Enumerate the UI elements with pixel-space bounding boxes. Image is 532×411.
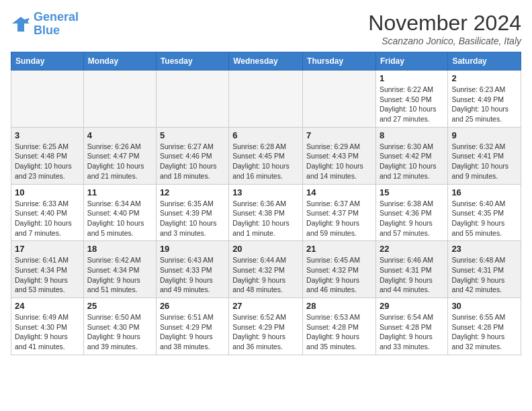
calendar-cell: 15Sunrise: 6:38 AM Sunset: 4:36 PM Dayli…	[375, 184, 447, 241]
day-number: 21	[306, 244, 372, 254]
day-number: 28	[306, 301, 372, 311]
calendar-cell: 7Sunrise: 6:29 AM Sunset: 4:43 PM Daylig…	[303, 127, 376, 184]
day-info: Sunrise: 6:35 AM Sunset: 4:39 PM Dayligh…	[160, 199, 225, 238]
day-info: Sunrise: 6:45 AM Sunset: 4:32 PM Dayligh…	[306, 255, 372, 295]
calendar-cell: 26Sunrise: 6:51 AM Sunset: 4:29 PM Dayli…	[156, 298, 228, 355]
calendar-cell	[156, 71, 228, 128]
calendar-cell: 24Sunrise: 6:49 AM Sunset: 4:30 PM Dayli…	[11, 298, 84, 355]
month-title: November 2024	[368, 11, 521, 36]
day-info: Sunrise: 6:23 AM Sunset: 4:49 PM Dayligh…	[451, 85, 517, 124]
day-info: Sunrise: 6:41 AM Sunset: 4:34 PM Dayligh…	[15, 255, 80, 295]
day-number: 24	[15, 301, 80, 311]
day-number: 16	[451, 187, 517, 197]
calendar-cell: 12Sunrise: 6:35 AM Sunset: 4:39 PM Dayli…	[156, 184, 228, 241]
logo-icon	[11, 14, 31, 34]
day-info: Sunrise: 6:43 AM Sunset: 4:33 PM Dayligh…	[160, 255, 225, 295]
day-header-sunday: Sunday	[11, 52, 84, 71]
day-info: Sunrise: 6:42 AM Sunset: 4:34 PM Dayligh…	[87, 255, 152, 295]
day-info: Sunrise: 6:32 AM Sunset: 4:41 PM Dayligh…	[451, 142, 517, 181]
day-number: 26	[160, 301, 225, 311]
day-number: 19	[160, 244, 225, 254]
calendar-cell	[303, 71, 376, 128]
calendar-cell	[229, 71, 303, 128]
calendar-cell	[11, 71, 84, 128]
calendar-cell: 25Sunrise: 6:50 AM Sunset: 4:30 PM Dayli…	[83, 298, 156, 355]
day-header-thursday: Thursday	[303, 52, 376, 71]
calendar-cell: 16Sunrise: 6:40 AM Sunset: 4:35 PM Dayli…	[448, 184, 521, 241]
day-info: Sunrise: 6:54 AM Sunset: 4:28 PM Dayligh…	[380, 312, 444, 352]
day-info: Sunrise: 6:34 AM Sunset: 4:40 PM Dayligh…	[87, 199, 152, 238]
day-info: Sunrise: 6:46 AM Sunset: 4:31 PM Dayligh…	[380, 255, 444, 295]
day-info: Sunrise: 6:22 AM Sunset: 4:50 PM Dayligh…	[380, 85, 444, 124]
calendar-cell: 1Sunrise: 6:22 AM Sunset: 4:50 PM Daylig…	[375, 71, 447, 128]
day-info: Sunrise: 6:55 AM Sunset: 4:28 PM Dayligh…	[451, 312, 517, 352]
day-number: 4	[87, 130, 152, 140]
logo: General Blue	[11, 11, 79, 38]
day-number: 8	[380, 130, 444, 140]
calendar-header-row: SundayMondayTuesdayWednesdayThursdayFrid…	[11, 52, 521, 71]
day-number: 11	[87, 187, 152, 197]
day-header-wednesday: Wednesday	[229, 52, 303, 71]
day-number: 22	[380, 244, 444, 254]
calendar-week-2: 3Sunrise: 6:25 AM Sunset: 4:48 PM Daylig…	[11, 127, 521, 184]
day-number: 15	[380, 187, 444, 197]
day-info: Sunrise: 6:51 AM Sunset: 4:29 PM Dayligh…	[160, 312, 225, 352]
day-number: 27	[232, 301, 299, 311]
calendar-cell: 29Sunrise: 6:54 AM Sunset: 4:28 PM Dayli…	[375, 298, 447, 355]
calendar-cell: 21Sunrise: 6:45 AM Sunset: 4:32 PM Dayli…	[303, 241, 376, 298]
day-info: Sunrise: 6:26 AM Sunset: 4:47 PM Dayligh…	[87, 142, 152, 181]
day-number: 23	[451, 244, 517, 254]
day-info: Sunrise: 6:28 AM Sunset: 4:45 PM Dayligh…	[232, 142, 299, 181]
day-number: 12	[160, 187, 225, 197]
day-header-tuesday: Tuesday	[156, 52, 228, 71]
calendar-cell: 18Sunrise: 6:42 AM Sunset: 4:34 PM Dayli…	[83, 241, 156, 298]
day-number: 25	[87, 301, 152, 311]
day-number: 30	[451, 301, 517, 311]
day-header-friday: Friday	[375, 52, 447, 71]
calendar-week-5: 24Sunrise: 6:49 AM Sunset: 4:30 PM Dayli…	[11, 298, 521, 355]
day-number: 9	[451, 130, 517, 140]
day-number: 2	[451, 73, 517, 83]
calendar-cell: 13Sunrise: 6:36 AM Sunset: 4:38 PM Dayli…	[229, 184, 303, 241]
day-number: 1	[380, 73, 444, 83]
day-number: 10	[15, 187, 80, 197]
calendar-cell: 28Sunrise: 6:53 AM Sunset: 4:28 PM Dayli…	[303, 298, 376, 355]
calendar-cell: 27Sunrise: 6:52 AM Sunset: 4:29 PM Dayli…	[229, 298, 303, 355]
day-header-saturday: Saturday	[448, 52, 521, 71]
day-info: Sunrise: 6:38 AM Sunset: 4:36 PM Dayligh…	[380, 199, 444, 238]
day-number: 3	[15, 130, 80, 140]
title-block: November 2024 Scanzano Jonico, Basilicat…	[368, 11, 521, 46]
day-number: 6	[232, 130, 299, 140]
day-info: Sunrise: 6:25 AM Sunset: 4:48 PM Dayligh…	[15, 142, 80, 181]
calendar-cell	[83, 71, 156, 128]
calendar-cell: 8Sunrise: 6:30 AM Sunset: 4:42 PM Daylig…	[375, 127, 447, 184]
day-number: 20	[232, 244, 299, 254]
day-number: 14	[306, 187, 372, 197]
calendar-cell: 6Sunrise: 6:28 AM Sunset: 4:45 PM Daylig…	[229, 127, 303, 184]
day-info: Sunrise: 6:27 AM Sunset: 4:46 PM Dayligh…	[160, 142, 225, 181]
day-info: Sunrise: 6:52 AM Sunset: 4:29 PM Dayligh…	[232, 312, 299, 352]
day-header-monday: Monday	[83, 52, 156, 71]
day-number: 18	[87, 244, 152, 254]
calendar-week-3: 10Sunrise: 6:33 AM Sunset: 4:40 PM Dayli…	[11, 184, 521, 241]
day-info: Sunrise: 6:30 AM Sunset: 4:42 PM Dayligh…	[380, 142, 444, 181]
calendar-cell: 5Sunrise: 6:27 AM Sunset: 4:46 PM Daylig…	[156, 127, 228, 184]
logo-text: General Blue	[34, 11, 79, 38]
day-number: 29	[380, 301, 444, 311]
day-info: Sunrise: 6:29 AM Sunset: 4:43 PM Dayligh…	[306, 142, 372, 181]
calendar-cell: 17Sunrise: 6:41 AM Sunset: 4:34 PM Dayli…	[11, 241, 84, 298]
calendar-cell: 14Sunrise: 6:37 AM Sunset: 4:37 PM Dayli…	[303, 184, 376, 241]
day-info: Sunrise: 6:48 AM Sunset: 4:31 PM Dayligh…	[451, 255, 517, 295]
calendar-cell: 19Sunrise: 6:43 AM Sunset: 4:33 PM Dayli…	[156, 241, 228, 298]
calendar-cell: 23Sunrise: 6:48 AM Sunset: 4:31 PM Dayli…	[448, 241, 521, 298]
calendar-cell: 4Sunrise: 6:26 AM Sunset: 4:47 PM Daylig…	[83, 127, 156, 184]
day-info: Sunrise: 6:49 AM Sunset: 4:30 PM Dayligh…	[15, 312, 80, 352]
day-info: Sunrise: 6:44 AM Sunset: 4:32 PM Dayligh…	[232, 255, 299, 295]
location: Scanzano Jonico, Basilicate, Italy	[368, 36, 521, 46]
calendar-cell: 30Sunrise: 6:55 AM Sunset: 4:28 PM Dayli…	[448, 298, 521, 355]
day-info: Sunrise: 6:36 AM Sunset: 4:38 PM Dayligh…	[232, 199, 299, 238]
day-number: 17	[15, 244, 80, 254]
calendar-cell: 9Sunrise: 6:32 AM Sunset: 4:41 PM Daylig…	[448, 127, 521, 184]
day-number: 7	[306, 130, 372, 140]
day-info: Sunrise: 6:37 AM Sunset: 4:37 PM Dayligh…	[306, 199, 372, 238]
